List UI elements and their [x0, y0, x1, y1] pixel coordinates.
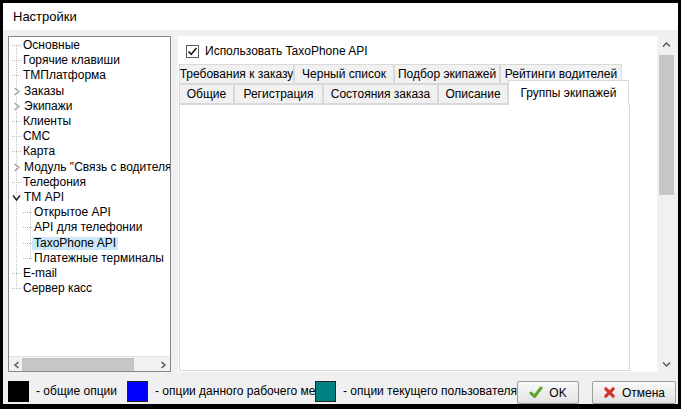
tab-label: Черный список — [302, 67, 386, 81]
tree-item-label: Телефония — [21, 176, 88, 189]
tab-opisanie[interactable]: Описание — [438, 84, 508, 104]
use-taxophone-api-label: Использовать TaxoPhone API — [205, 44, 368, 58]
tree-item-telefoniya[interactable]: Телефония — [9, 175, 170, 190]
cancel-label: Отмена — [622, 386, 665, 400]
tab-label: Требования к заказу — [180, 67, 294, 81]
scrollbar-thumb[interactable] — [659, 55, 674, 195]
tree-item-label: Основные — [21, 39, 82, 52]
tree-item-label: ТМ API — [22, 191, 66, 204]
tree-connector — [12, 288, 21, 289]
tree-item-label: Открытое API — [32, 206, 113, 219]
blue-swatch-icon — [127, 381, 148, 402]
tree-item-platezhnye-terminaly[interactable]: Платежные терминалы — [9, 251, 170, 266]
scroll-up-icon[interactable] — [657, 36, 676, 53]
teal-swatch-icon — [315, 381, 336, 402]
tree-item-taxophone-api[interactable]: TaxoPhone API — [9, 235, 170, 250]
black-swatch-icon — [8, 381, 29, 402]
tree-connector — [12, 151, 21, 152]
tree-rows: Основные Горячие клавиши ТМПлатформа Зак… — [9, 38, 170, 296]
tab-label: Подбор экипажей — [398, 67, 496, 81]
tree-connector — [12, 136, 21, 137]
scroll-right-icon[interactable] — [155, 357, 170, 372]
tree-item-label: E-mail — [21, 267, 59, 280]
tab-label: Группы экипажей — [521, 86, 617, 100]
tab-page-gruppy-ekipazhey — [179, 104, 630, 371]
tree-item-label: Заказы — [22, 85, 66, 98]
use-taxophone-api-checkbox[interactable]: Использовать TaxoPhone API — [186, 43, 368, 59]
chevron-right-icon[interactable] — [11, 86, 22, 97]
tree-connector — [12, 45, 21, 46]
tree-item-label: Модуль "Связь с водителя — [22, 161, 171, 174]
tree-item-zakazy[interactable]: Заказы — [9, 84, 170, 99]
legend-workstation-options: - опции данного рабочего места — [127, 380, 333, 402]
tree-item-api-telefonii[interactable]: API для телефонии — [9, 220, 170, 235]
tree-connector — [12, 60, 21, 61]
tab-registratsiya[interactable]: Регистрация — [234, 84, 323, 104]
tree-item-otkrytoe-api[interactable]: Открытое API — [9, 205, 170, 220]
tab-podbor-ekipazhey[interactable]: Подбор экипажей — [394, 64, 500, 84]
tree-item-hotkeys[interactable]: Горячие клавиши — [9, 53, 170, 68]
tree-item-label: Горячие клавиши — [21, 54, 122, 67]
ok-button[interactable]: OK — [517, 381, 579, 404]
tab-label: Описание — [445, 87, 500, 101]
settings-window: Настройки Основные Горячие клавиши ТМПла… — [0, 0, 681, 409]
tab-cherny-spisok[interactable]: Черный список — [294, 64, 394, 84]
tree-item-label: Платежные терминалы — [32, 252, 166, 265]
tree-connector — [23, 212, 32, 213]
tree-item-label: ТМПлатформа — [21, 69, 108, 82]
legend-label: - общие опции — [36, 384, 117, 398]
chevron-down-icon[interactable] — [11, 192, 22, 203]
tree-item-label: СМС — [21, 130, 52, 143]
tree-item-tm-api[interactable]: ТМ API — [9, 190, 170, 205]
tab-gruppy-ekipazhey[interactable]: Группы экипажей — [508, 80, 629, 105]
tree-item-label: Карта — [21, 145, 57, 158]
ok-label: OK — [549, 386, 566, 400]
legend-common-options: - общие опции — [8, 380, 117, 402]
tree-item-klienty[interactable]: Клиенты — [9, 114, 170, 129]
legend-label: - опции данного рабочего места — [155, 384, 333, 398]
tree-item-server-kass[interactable]: Сервер касс — [9, 281, 170, 296]
footer-bar: - общие опции - опции данного рабочего м… — [3, 372, 678, 404]
window-title: Настройки — [13, 9, 77, 24]
legend-label: - опции текущего пользователя — [343, 384, 517, 398]
tree-item-karta[interactable]: Карта — [9, 144, 170, 159]
tree-connector — [12, 273, 21, 274]
tree-item-ekipazhi[interactable]: Экипажи — [9, 99, 170, 114]
tab-sostoyaniya-zakaza[interactable]: Состояния заказа — [323, 84, 438, 104]
tree-connector — [12, 121, 21, 122]
tree-item-label: TaxoPhone API — [32, 237, 118, 250]
scroll-down-icon[interactable] — [657, 355, 676, 372]
window-border — [0, 0, 3, 409]
tree-connector — [12, 182, 21, 183]
tab-obshchie[interactable]: Общие — [179, 84, 234, 104]
window-border — [0, 0, 681, 3]
legend-current-user-options: - опции текущего пользователя — [315, 380, 517, 402]
tree-horizontal-scrollbar[interactable] — [9, 356, 170, 371]
chevron-right-icon[interactable] — [11, 101, 22, 112]
tab-label: Состояния заказа — [331, 87, 430, 101]
main-vertical-scrollbar[interactable] — [657, 36, 676, 372]
tree-item-label: Клиенты — [21, 115, 73, 128]
tree-item-email[interactable]: E-mail — [9, 266, 170, 281]
tree-item-modul-svyaz[interactable]: Модуль "Связь с водителя — [9, 160, 170, 175]
chevron-right-icon[interactable] — [11, 162, 22, 173]
cancel-button[interactable]: Отмена — [592, 381, 676, 404]
tree-connector — [23, 258, 32, 259]
tree-item-osnovnye[interactable]: Основные — [9, 38, 170, 53]
title-bar: Настройки — [3, 3, 678, 30]
scrollbar-thumb[interactable] — [22, 358, 134, 371]
tree-item-sms[interactable]: СМС — [9, 129, 170, 144]
tree-item-label: Экипажи — [22, 100, 74, 113]
tab-label: Общие — [187, 87, 226, 101]
check-icon — [529, 386, 543, 399]
checkbox-checked-icon[interactable] — [186, 45, 199, 58]
tab-label: Регистрация — [243, 87, 313, 101]
tree-connector — [23, 243, 32, 244]
tree-item-tmplatforma[interactable]: ТМПлатформа — [9, 68, 170, 83]
tree-item-label: API для телефонии — [32, 221, 144, 234]
window-border — [0, 404, 681, 409]
x-icon — [603, 386, 616, 399]
tab-trebovaniya-k-zakazu[interactable]: Требования к заказу — [179, 64, 294, 84]
settings-tree: Основные Горячие клавиши ТМПлатформа Зак… — [8, 36, 171, 372]
tab-label: Рейтинги водителей — [505, 67, 617, 81]
